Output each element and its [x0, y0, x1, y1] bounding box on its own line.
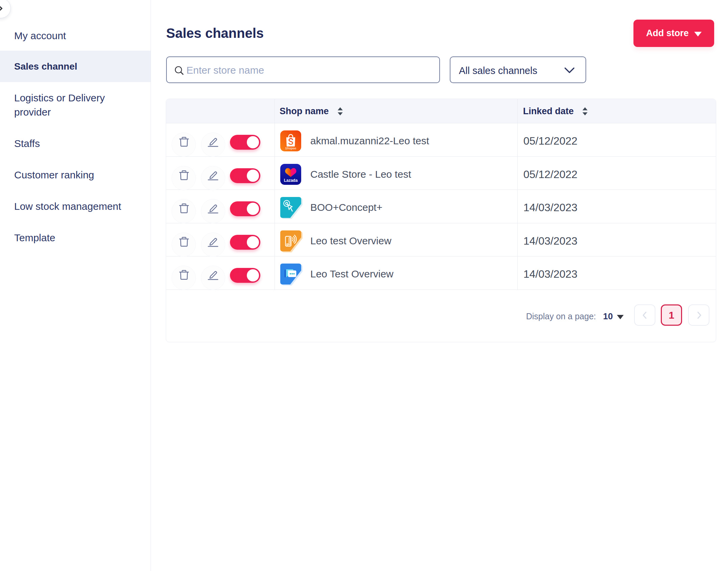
svg-text:Lazada: Lazada [284, 178, 298, 183]
svg-text:Shopee: Shopee [285, 146, 296, 150]
